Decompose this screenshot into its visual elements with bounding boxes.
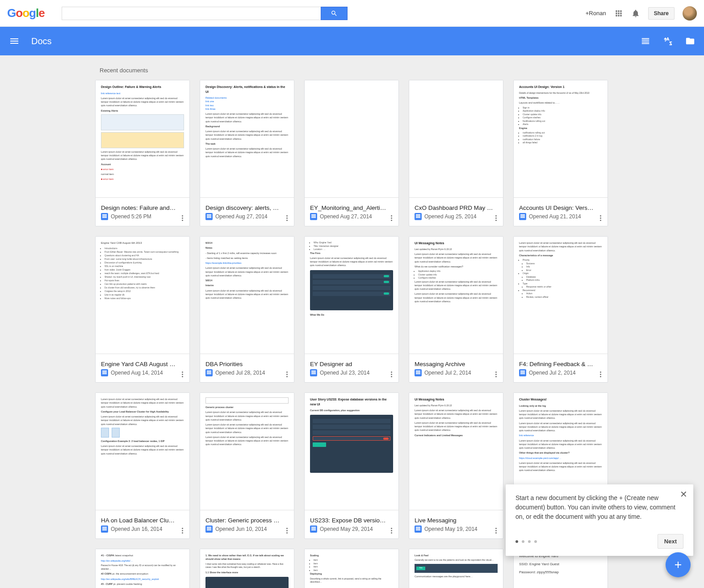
document-card[interactable]: UI Messaging NotesLast updated by Ronan … bbox=[409, 236, 503, 383]
docs-file-icon bbox=[101, 213, 108, 220]
document-more-button[interactable] bbox=[491, 370, 500, 379]
document-title: F4: Defining Feedback & … bbox=[519, 361, 602, 367]
document-card[interactable]: #1 - CISPA latest snapshothttp://en.wiki… bbox=[95, 549, 190, 588]
document-card[interactable]: Generic process clusterLorem ipsum dolor… bbox=[200, 392, 294, 539]
document-card-footer: Live MessagingOpened May 19, 2014 bbox=[409, 510, 503, 538]
docs-file-icon bbox=[310, 369, 317, 376]
document-thumbnail: Who: Engine YardTitle: Interaction desig… bbox=[305, 237, 398, 354]
document-thumbnail: Engine Yard CAB August 6th 2013Introduct… bbox=[96, 237, 189, 354]
promo-dot-2[interactable] bbox=[522, 540, 524, 543]
promo-dot-1[interactable] bbox=[515, 540, 518, 543]
document-card[interactable]: Look & FeelGenerally we want to re-use t… bbox=[409, 549, 503, 588]
folder-icon[interactable] bbox=[685, 36, 695, 46]
document-thumbnail: 1. We need to show rather than tell. E.G… bbox=[200, 549, 294, 588]
docs-file-icon bbox=[415, 213, 422, 220]
document-more-button[interactable] bbox=[282, 213, 291, 222]
document-card[interactable]: Who: Engine YardTitle: Interaction desig… bbox=[304, 236, 399, 383]
promo-next-button[interactable]: Next bbox=[658, 534, 683, 549]
document-meta: Opened Jul 28, 2014 bbox=[215, 370, 265, 376]
search-icon bbox=[331, 10, 338, 17]
document-thumbnail: User Story US233: Expose database versio… bbox=[305, 393, 398, 510]
document-card[interactable]: EY_Monitoring_and_Alerti…Opened Aug 27, … bbox=[304, 80, 399, 226]
document-title: Engine Yard CAB August … bbox=[101, 361, 184, 367]
document-more-button[interactable] bbox=[387, 526, 396, 535]
document-card[interactable]: Design Outline: Failure & Warning Alerts… bbox=[95, 80, 190, 226]
promo-close-button[interactable]: ✕ bbox=[678, 489, 689, 500]
docs-file-icon bbox=[205, 369, 213, 376]
document-card[interactable]: 6/3/14Notes- Starting of 1 x first 2 mth… bbox=[200, 236, 294, 383]
docs-file-icon bbox=[205, 525, 213, 533]
document-card-footer: Design discovery: alerts, …Opened Aug 27… bbox=[200, 197, 294, 226]
document-card-footer: F4: Defining Feedback & …Opened Jul 2, 2… bbox=[514, 354, 608, 382]
promo-text: Start a new document by clicking the + (… bbox=[515, 493, 683, 521]
document-more-button[interactable] bbox=[178, 370, 187, 379]
document-thumbnail: Look & FeelGenerally we want to re-use t… bbox=[409, 549, 503, 588]
document-more-button[interactable] bbox=[282, 526, 291, 535]
document-meta: Opened Aug 25, 2014 bbox=[424, 213, 477, 220]
google-plus-name[interactable]: +Ronan bbox=[586, 10, 606, 17]
notifications-icon[interactable] bbox=[631, 9, 640, 18]
document-card-footer: Accounts UI Design: Vers…Opened Aug 21, … bbox=[514, 197, 608, 226]
document-more-button[interactable] bbox=[491, 526, 500, 535]
document-card[interactable]: 1. We need to show rather than tell. E.G… bbox=[200, 549, 294, 588]
document-more-button[interactable] bbox=[596, 213, 605, 222]
document-thumbnail: UI Messaging NotesLast updated by Ronan … bbox=[409, 237, 503, 354]
document-card[interactable]: UI Messaging NotesLast updated by Ronan … bbox=[409, 392, 503, 539]
google-logo[interactable]: Google bbox=[7, 7, 48, 20]
sort-az-icon[interactable] bbox=[663, 36, 673, 46]
promo-dot-3[interactable] bbox=[528, 540, 531, 543]
list-view-icon[interactable] bbox=[641, 36, 650, 46]
document-card-footer: US233: Expose DB versio…Opened May 29, 2… bbox=[305, 510, 398, 538]
document-card[interactable]: ScalingitemitemitemitemDeployingDescribi… bbox=[304, 549, 399, 588]
apps-icon[interactable] bbox=[614, 9, 623, 18]
plus-icon bbox=[673, 559, 683, 570]
document-meta: Opened 5:26 PM bbox=[111, 213, 151, 220]
document-meta: Opened Aug 21, 2014 bbox=[529, 213, 581, 220]
document-more-button[interactable] bbox=[596, 370, 605, 379]
document-meta: Opened Aug 27, 2014 bbox=[320, 213, 372, 220]
document-card[interactable]: Engine Yard CAB August 6th 2013Introduct… bbox=[95, 236, 190, 383]
document-card[interactable]: Lorem ipsum dolor sit amet consectetur a… bbox=[513, 236, 608, 383]
document-thumbnail: #1 - CISPA latest snapshothttp://en.wiki… bbox=[96, 549, 189, 588]
document-more-button[interactable] bbox=[178, 526, 187, 535]
document-more-button[interactable] bbox=[282, 370, 291, 379]
document-card-footer: CxO Dashboard PRD May …Opened Aug 25, 20… bbox=[409, 197, 503, 226]
document-card-footer: Messaging ArchiveOpened Jul 2, 2014 bbox=[409, 354, 503, 382]
promo-dot-4[interactable] bbox=[534, 540, 537, 543]
search-input[interactable] bbox=[62, 7, 321, 20]
document-title: HA on Load Balancer Clu… bbox=[101, 517, 184, 524]
menu-icon[interactable] bbox=[9, 36, 20, 46]
docs-file-icon bbox=[101, 525, 108, 533]
document-title: Design notes: Failure and… bbox=[101, 204, 184, 211]
document-more-button[interactable] bbox=[387, 213, 396, 222]
search-form bbox=[62, 7, 348, 20]
user-avatar[interactable] bbox=[683, 6, 697, 21]
document-thumbnail: Lorem ipsum dolor sit amet consectetur a… bbox=[514, 237, 608, 354]
document-card-footer: HA on Load Balancer Clu…Opened Jun 16, 2… bbox=[96, 510, 189, 538]
document-card-footer: Engine Yard CAB August …Opened Aug 14, 2… bbox=[96, 354, 189, 382]
search-button[interactable] bbox=[321, 7, 348, 20]
document-thumbnail bbox=[305, 80, 398, 197]
create-document-fab[interactable] bbox=[666, 552, 691, 577]
document-card-footer: Cluster: Generic process …Opened Jun 10,… bbox=[200, 510, 294, 538]
document-card[interactable]: User Story US233: Expose database versio… bbox=[304, 392, 399, 539]
document-more-button[interactable] bbox=[178, 213, 187, 222]
onboarding-promo: ✕ Start a new document by clicking the +… bbox=[506, 484, 693, 556]
document-card-footer: Design notes: Failure and…Opened 5:26 PM bbox=[96, 197, 189, 226]
document-meta: Opened Jul 2, 2014 bbox=[529, 370, 576, 376]
document-card[interactable]: Lorem ipsum dolor sit amet consectetur a… bbox=[95, 392, 190, 539]
promo-pagination-dots bbox=[515, 540, 537, 543]
document-title: Design discovery: alerts, … bbox=[205, 204, 289, 211]
document-title: Accounts UI Design: Vers… bbox=[519, 204, 602, 211]
section-label: Recent documents bbox=[95, 64, 609, 80]
document-card[interactable]: Design Discovery: Alerts, notifications … bbox=[200, 80, 294, 226]
document-title: EY Designer ad bbox=[310, 361, 393, 367]
document-card-footer: EY_Monitoring_and_Alerti…Opened Aug 27, … bbox=[305, 197, 398, 226]
docs-file-icon bbox=[310, 525, 317, 533]
document-card[interactable]: CxO Dashboard PRD May …Opened Aug 25, 20… bbox=[409, 80, 503, 226]
document-more-button[interactable] bbox=[387, 370, 396, 379]
docs-file-icon bbox=[519, 369, 526, 376]
document-more-button[interactable] bbox=[491, 213, 500, 222]
document-card[interactable]: Accounts UI Design: Version 1Details of … bbox=[513, 80, 608, 226]
share-button[interactable]: Share bbox=[648, 7, 675, 20]
